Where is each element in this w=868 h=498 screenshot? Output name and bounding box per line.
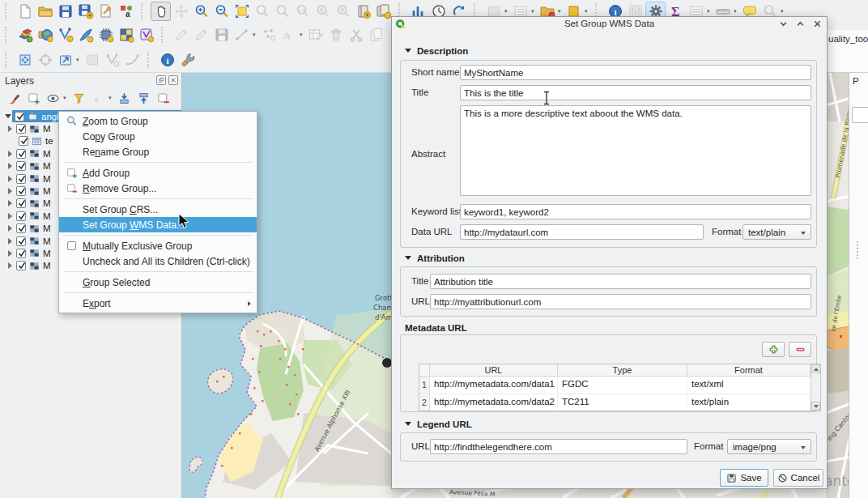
zoom-to-layer-button[interactable]	[272, 2, 292, 21]
layer-expander-icon[interactable]	[8, 262, 12, 269]
layer-checkbox[interactable]	[16, 223, 26, 233]
layer-expander-icon[interactable]	[8, 126, 12, 132]
toolbar-drag-handle[interactable]	[5, 3, 12, 19]
layout-manager-button[interactable]	[96, 2, 116, 21]
add-vector-layer-button[interactable]	[35, 25, 55, 45]
save-project-button[interactable]	[55, 2, 75, 21]
menu-item-set-group-crs[interactable]: Set Group CRS...	[59, 202, 257, 217]
scroll-up-icon[interactable]	[811, 364, 820, 373]
data-source-manager-button[interactable]	[15, 25, 35, 45]
attribute-table-dropdown-icon[interactable]: ▾	[707, 8, 713, 15]
layer-expander-icon[interactable]	[8, 151, 12, 157]
metadata-url-cell[interactable]: http://mymetadata.com/data1	[430, 377, 558, 394]
layer-checkbox[interactable]	[16, 174, 26, 184]
collapse-all-button[interactable]	[134, 89, 153, 107]
save-button[interactable]: Save	[720, 469, 768, 487]
layer-checkbox[interactable]	[16, 211, 26, 221]
copy-features-button[interactable]	[366, 25, 386, 45]
trace-vertices-button[interactable]	[102, 50, 122, 70]
panel-splitter-handle[interactable]	[857, 241, 859, 259]
open-project-button[interactable]	[35, 2, 55, 21]
zoom-native-button[interactable]	[292, 2, 313, 21]
metadata-url-cell[interactable]: http://mymetadata.com/data2	[430, 394, 558, 411]
delete-selected-button[interactable]	[326, 25, 346, 45]
section-header-legend-url[interactable]: Legend URL	[405, 419, 472, 429]
add-line-feature-button[interactable]	[232, 25, 252, 45]
abstract-textarea[interactable]: This is a more descriptive text aboout t…	[460, 105, 811, 196]
expand-all-button[interactable]	[114, 89, 134, 107]
zoom-to-selection-button[interactable]	[252, 2, 272, 21]
toolbar-drag-handle[interactable]	[5, 27, 12, 43]
zoom-out-button[interactable]	[211, 2, 232, 21]
menu-item-export[interactable]: Export	[59, 296, 257, 311]
section-header-attribution[interactable]: Attribution	[405, 253, 465, 263]
pan-to-object-button[interactable]	[15, 50, 35, 70]
metadata-format-cell[interactable]: text/plain	[687, 394, 811, 411]
add-virtual-layer-button[interactable]	[136, 25, 156, 45]
legend-format-combo[interactable]: image/png	[727, 439, 811, 454]
short-name-input[interactable]	[460, 65, 811, 80]
panel-close-icon[interactable]	[168, 75, 178, 85]
title-input[interactable]	[460, 85, 811, 100]
filter-legend-button[interactable]	[69, 89, 88, 107]
group-expander-icon[interactable]	[5, 114, 11, 118]
metadata-table-row[interactable]: 2http://mymetadata.com/data2TC211text/pl…	[419, 394, 820, 411]
layer-checkbox[interactable]	[16, 161, 26, 171]
menu-item-remove-group[interactable]: Remove Group...	[59, 181, 257, 196]
expression-filter-button[interactable]	[88, 89, 108, 107]
metadata-table[interactable]: URL Type Format 1http://mymetadata.com/d…	[419, 364, 821, 411]
expression-filter-dropdown-icon[interactable]: ▾	[108, 95, 114, 101]
layer-checkbox[interactable]	[16, 249, 26, 258]
select-by-value-dropdown-icon[interactable]: ▾	[531, 8, 537, 15]
modify-attributes-button[interactable]	[305, 25, 326, 45]
snapping-options-button[interactable]	[35, 50, 55, 70]
remove-layer-button[interactable]	[153, 89, 172, 107]
manage-themes-dropdown-icon[interactable]: ▾	[63, 95, 69, 101]
save-edits-button[interactable]	[211, 25, 232, 45]
legend-url-input[interactable]	[430, 439, 687, 454]
add-raster-layer-button[interactable]	[116, 25, 136, 45]
metadata-type-cell[interactable]: FGDC	[558, 377, 687, 394]
panel-float-icon[interactable]	[156, 75, 166, 85]
zoom-full-button[interactable]	[232, 2, 252, 21]
layer-expander-icon[interactable]	[8, 225, 12, 232]
layer-checkbox[interactable]	[16, 124, 26, 134]
new-layer-shortcut-dropdown-icon[interactable]: ▾	[585, 8, 590, 15]
section-header-description[interactable]: Description	[405, 46, 468, 56]
offset-curve-button[interactable]	[122, 50, 143, 70]
toolbar-drag-handle[interactable]	[147, 52, 155, 68]
layer-checkbox[interactable]	[16, 186, 26, 196]
menu-item-mutually-exclusive-group[interactable]: Mutually Exclusive Group	[59, 238, 257, 253]
add-group-button[interactable]	[23, 89, 43, 107]
metadata-add-button[interactable]	[762, 342, 785, 357]
attribution-url-input[interactable]	[430, 294, 811, 309]
layer-expander-icon[interactable]	[8, 213, 12, 219]
digitize-with-segment-button[interactable]	[55, 50, 75, 70]
menu-item-set-group-wms-data[interactable]: Set Group WMS Data...	[59, 217, 257, 232]
metadata-table-row[interactable]: 1http://mymetadata.com/data1FGDCtext/xml	[419, 377, 820, 394]
reshape-features-button[interactable]	[82, 50, 102, 70]
menu-item-group-selected[interactable]: Group Selected	[59, 275, 257, 290]
options-wrench-button[interactable]	[177, 50, 198, 70]
add-line-feature-dropdown-icon[interactable]: ▾	[253, 32, 258, 38]
new-bookmark-button[interactable]	[353, 2, 373, 21]
layer-expander-icon[interactable]	[8, 200, 12, 206]
manage-themes-button[interactable]	[43, 89, 62, 107]
styling-panel-button[interactable]	[4, 89, 23, 107]
layer-checkbox[interactable]	[16, 198, 26, 208]
menu-item-rename-group[interactable]: Rename Group	[59, 144, 257, 160]
layer-checkbox[interactable]	[16, 149, 26, 159]
menu-item-zoom-to-group[interactable]: Zoom to Group	[59, 113, 257, 129]
current-edits-button[interactable]	[191, 25, 211, 45]
toggle-editing-button[interactable]	[171, 25, 191, 45]
layer-expander-icon[interactable]	[8, 238, 12, 245]
layer-expander-icon[interactable]	[8, 188, 12, 194]
layer-expander-icon[interactable]	[8, 250, 12, 257]
scroll-down-icon[interactable]	[811, 402, 820, 411]
keyword-list-input[interactable]	[460, 204, 811, 219]
layer-checkbox[interactable]	[19, 136, 28, 146]
dialog-titlebar[interactable]: Set Group WMS Data	[392, 17, 827, 31]
cancel-button[interactable]: Cancel	[773, 469, 823, 487]
window-maximize-icon[interactable]	[796, 19, 805, 28]
vertex-tool-dropdown-icon[interactable]: ▾	[300, 32, 305, 38]
